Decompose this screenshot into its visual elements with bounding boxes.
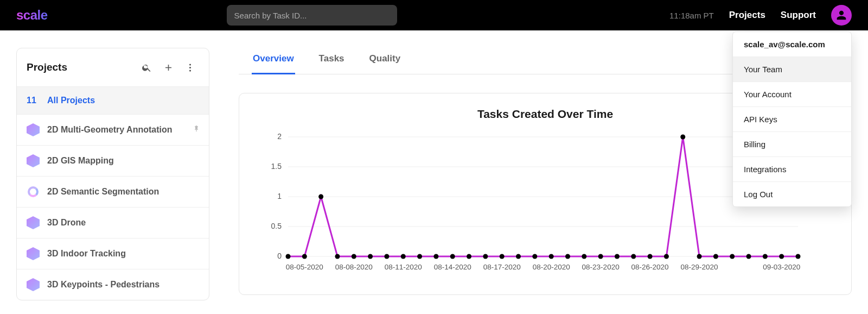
project-label: 3D Indoor Tracking: [47, 249, 126, 259]
add-project-button[interactable]: [159, 58, 177, 77]
hexagon-icon: [27, 247, 40, 260]
chart-point: [352, 254, 356, 259]
chart-point: [779, 254, 784, 259]
dropdown-item-your-team[interactable]: Your Team: [733, 57, 851, 82]
hexagon-icon: [27, 278, 40, 291]
project-label: 3D Keypoints - Pedestrians: [47, 280, 159, 290]
chart-point: [467, 254, 471, 259]
dropdown-item-api-keys[interactable]: API Keys: [733, 107, 851, 132]
nav-projects[interactable]: Projects: [729, 10, 765, 21]
chart-point: [713, 254, 718, 259]
logo: scale: [16, 8, 48, 23]
chart-point: [433, 254, 438, 259]
projects-sidebar: Projects 11 All Projects 2D Multi-Geomet…: [16, 48, 209, 300]
all-projects-count: 11: [27, 96, 40, 105]
chart-point: [532, 254, 537, 259]
chart-point: [286, 254, 291, 259]
chart-point: [549, 254, 554, 259]
chart-point: [631, 254, 636, 259]
chart-point: [697, 254, 702, 259]
project-label: 2D Multi-Geometry Annotation: [47, 125, 173, 135]
sidebar-title: Projects: [27, 61, 134, 73]
tab-tasks[interactable]: Tasks: [318, 48, 346, 74]
sidebar-project-row[interactable]: 2D Multi-Geometry Annotation: [17, 114, 209, 145]
search-icon: [142, 62, 152, 73]
y-tick-label: 2: [277, 132, 282, 141]
sidebar-project-row[interactable]: 3D Drone: [17, 207, 209, 238]
circle-icon: [27, 185, 40, 198]
chart-point: [680, 135, 685, 140]
search-wrap: [227, 5, 397, 26]
chart-point: [500, 254, 505, 259]
chart-point: [417, 254, 422, 259]
chart-point: [746, 254, 751, 259]
x-tick-label: 08-26-2020: [631, 263, 669, 271]
x-tick-label: 08-29-2020: [681, 263, 718, 271]
x-tick-label: 08-11-2020: [385, 263, 422, 271]
x-tick-label: 08-08-2020: [335, 263, 373, 271]
chart-point: [730, 254, 735, 259]
top-header: scale 11:18am PT Projects Support: [0, 0, 868, 30]
chart-point: [598, 254, 603, 259]
avatar-button[interactable]: [831, 5, 852, 26]
dropdown-item-your-account[interactable]: Your Account: [733, 82, 851, 107]
hexagon-icon: [27, 216, 40, 229]
chart-point: [565, 254, 570, 259]
clock-text: 11:18am PT: [669, 11, 714, 20]
x-tick-label: 08-23-2020: [582, 263, 620, 271]
dropdown-item-log-out[interactable]: Log Out: [733, 182, 851, 206]
y-tick-label: 0.5: [271, 222, 282, 230]
dropdown-email: scale_av@scale.com: [733, 32, 851, 57]
pin-icon[interactable]: [193, 125, 200, 135]
chart-point: [318, 194, 323, 199]
svg-point-2: [189, 70, 190, 71]
sidebar-project-row[interactable]: 3D Indoor Tracking: [17, 238, 209, 269]
chart-point: [384, 254, 389, 259]
chart-point: [401, 254, 406, 259]
sidebar-project-row[interactable]: 2D Semantic Segmentation: [17, 176, 209, 207]
dropdown-item-integrations[interactable]: Integrations: [733, 157, 851, 182]
tab-overview[interactable]: Overview: [252, 48, 295, 74]
chart-point: [648, 254, 653, 259]
dropdown-item-billing[interactable]: Billing: [733, 132, 851, 157]
x-tick-label: 08-05-2020: [286, 263, 323, 271]
user-icon: [836, 10, 847, 21]
y-tick-label: 1: [277, 192, 282, 200]
chart-point: [615, 254, 620, 259]
chart-point: [796, 254, 801, 259]
x-tick-label: 08-14-2020: [434, 263, 471, 271]
y-tick-label: 1.5: [271, 162, 282, 171]
kebab-icon: [185, 62, 195, 73]
sidebar-menu-button[interactable]: [181, 58, 199, 77]
chart-point: [763, 254, 768, 259]
search-projects-button[interactable]: [137, 58, 156, 77]
sidebar-project-row[interactable]: 2D GIS Mapping: [17, 145, 209, 176]
x-tick-label: 08-17-2020: [483, 263, 521, 271]
nav-support[interactable]: Support: [781, 10, 816, 21]
chart-point: [483, 254, 488, 259]
hexagon-icon: [27, 123, 40, 136]
chart-point: [582, 254, 586, 259]
all-projects-label: All Projects: [47, 96, 95, 105]
project-label: 3D Drone: [47, 218, 86, 228]
sidebar-all-projects[interactable]: 11 All Projects: [17, 86, 209, 114]
chart-point: [368, 254, 373, 259]
x-tick-label: 09-03-2020: [763, 263, 800, 271]
hexagon-icon: [27, 154, 40, 167]
user-dropdown: scale_av@scale.com Your TeamYour Account…: [732, 32, 852, 207]
chart-point: [335, 254, 340, 259]
project-label: 2D GIS Mapping: [47, 156, 114, 166]
tab-quality[interactable]: Quality: [368, 48, 402, 74]
search-input[interactable]: [227, 5, 397, 26]
sidebar-header: Projects: [17, 48, 209, 86]
x-tick-label: 08-20-2020: [533, 263, 570, 271]
chart-point: [516, 254, 521, 259]
svg-point-1: [189, 66, 190, 68]
tasks-chart: 00.511.5208-05-202008-08-202008-11-20200…: [256, 131, 809, 284]
svg-point-0: [189, 64, 190, 65]
chart-point: [450, 254, 455, 259]
chart-point: [664, 254, 669, 259]
y-tick-label: 0: [277, 252, 282, 260]
project-label: 2D Semantic Segmentation: [47, 187, 159, 197]
sidebar-project-row[interactable]: 3D Keypoints - Pedestrians: [17, 269, 209, 300]
